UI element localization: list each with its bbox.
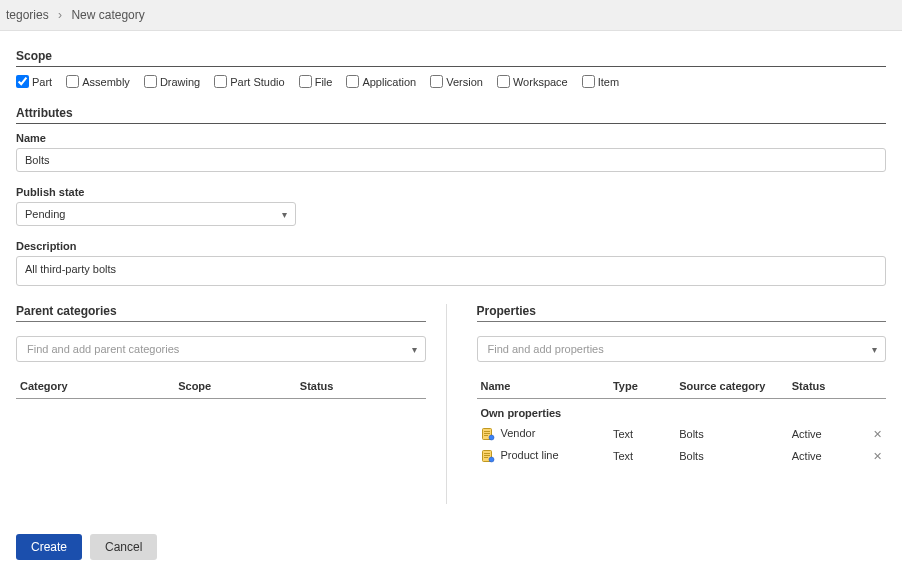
scope-option-label: Workspace [513,76,568,88]
scope-option-item[interactable]: Item [582,75,619,88]
chevron-down-icon: ▾ [872,344,877,355]
col-scope: Scope [178,380,300,392]
svg-point-4 [489,435,494,440]
scope-checkbox[interactable] [66,75,79,88]
scope-checkbox[interactable] [346,75,359,88]
scope-option-label: File [315,76,333,88]
scope-option-label: Drawing [160,76,200,88]
breadcrumb: tegories › New category [0,0,902,31]
properties-table-header: Name Type Source category Status [477,374,887,399]
property-name: Vendor [501,427,536,439]
remove-property-icon[interactable]: ✕ [873,428,882,440]
parent-categories-table-header: Category Scope Status [16,374,426,399]
scope-checkbox[interactable] [299,75,312,88]
col-category: Category [20,380,178,392]
scope-option-application[interactable]: Application [346,75,416,88]
property-row[interactable]: Product lineTextBoltsActive✕ [477,445,887,467]
property-type: Text [613,450,679,462]
col-source: Source category [679,380,792,392]
create-button[interactable]: Create [16,534,82,560]
properties-title: Properties [477,304,887,322]
col-status: Status [792,380,858,392]
scope-checkbox[interactable] [144,75,157,88]
name-input[interactable] [16,148,886,172]
property-source: Bolts [679,428,792,440]
chevron-down-icon: ▾ [282,209,287,220]
parent-categories-search-input[interactable] [25,342,406,356]
svg-point-9 [489,457,494,462]
property-icon [481,449,495,463]
publish-state-select[interactable]: Pending ▾ [16,202,296,226]
attributes-section-title: Attributes [16,106,886,124]
scope-option-workspace[interactable]: Workspace [497,75,568,88]
scope-option-version[interactable]: Version [430,75,483,88]
name-label: Name [16,132,886,144]
scope-checkbox[interactable] [16,75,29,88]
property-status: Active [792,428,858,440]
scope-option-label: Part Studio [230,76,284,88]
description-input[interactable]: All third-party bolts [16,256,886,286]
svg-rect-3 [484,435,488,436]
svg-rect-6 [484,453,490,454]
col-name: Name [481,380,613,392]
svg-rect-7 [484,455,490,456]
remove-property-icon[interactable]: ✕ [873,450,882,462]
scope-checkbox[interactable] [582,75,595,88]
breadcrumb-prev[interactable]: tegories [6,8,49,22]
own-properties-group: Own properties [477,399,887,423]
scope-option-file[interactable]: File [299,75,333,88]
scope-option-label: Item [598,76,619,88]
parent-categories-search[interactable]: ▾ [16,336,426,362]
chevron-right-icon: › [58,8,62,22]
cancel-button[interactable]: Cancel [90,534,157,560]
scope-option-part[interactable]: Part [16,75,52,88]
scope-checkbox[interactable] [497,75,510,88]
scope-option-drawing[interactable]: Drawing [144,75,200,88]
svg-rect-1 [484,431,490,432]
scope-option-label: Part [32,76,52,88]
parent-categories-title: Parent categories [16,304,426,322]
scope-option-label: Version [446,76,483,88]
svg-rect-8 [484,457,488,458]
publish-state-label: Publish state [16,186,886,198]
property-row[interactable]: VendorTextBoltsActive✕ [477,423,887,445]
col-type: Type [613,380,679,392]
properties-search-input[interactable] [486,342,867,356]
property-name: Product line [501,449,559,461]
chevron-down-icon: ▾ [412,344,417,355]
publish-state-value: Pending [25,208,65,220]
scope-options: PartAssemblyDrawingPart StudioFileApplic… [16,75,886,88]
breadcrumb-current: New category [71,8,144,22]
property-source: Bolts [679,450,792,462]
scope-checkbox[interactable] [214,75,227,88]
scope-section-title: Scope [16,49,886,67]
scope-checkbox[interactable] [430,75,443,88]
col-status: Status [300,380,422,392]
svg-rect-2 [484,433,490,434]
scope-option-label: Assembly [82,76,130,88]
scope-option-assembly[interactable]: Assembly [66,75,130,88]
description-label: Description [16,240,886,252]
property-icon [481,427,495,441]
property-status: Active [792,450,858,462]
properties-search[interactable]: ▾ [477,336,887,362]
scope-option-label: Application [362,76,416,88]
scope-option-part-studio[interactable]: Part Studio [214,75,284,88]
property-type: Text [613,428,679,440]
